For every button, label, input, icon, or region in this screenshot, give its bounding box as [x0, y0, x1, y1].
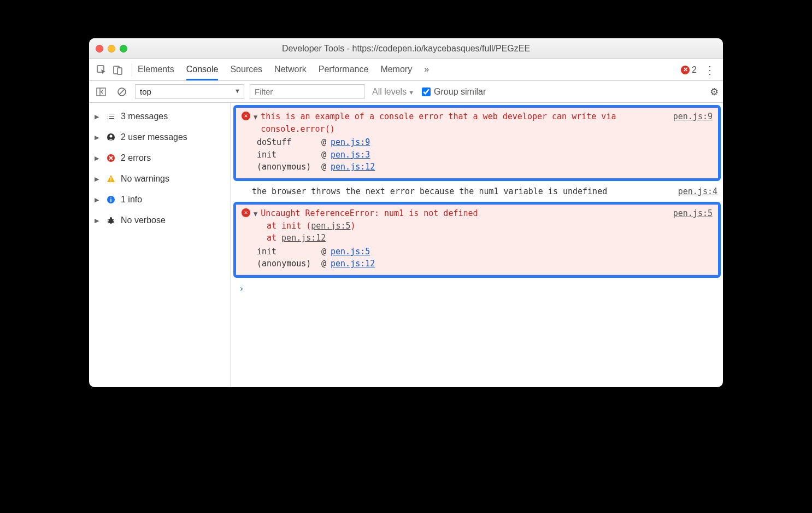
filter-input[interactable]: [250, 84, 364, 99]
svg-line-6: [119, 89, 125, 95]
window-title: Developer Tools - https://codepen.io/kay…: [89, 44, 723, 54]
stack-location-link[interactable]: pen.js:12: [331, 161, 375, 173]
error-text: this is an example of a console error th…: [261, 110, 658, 135]
sidebar-item-messages[interactable]: ▶ 3 messages: [89, 106, 231, 127]
console-error-message[interactable]: pen.js:5 ✕ ▼ Uncaught ReferenceError: nu…: [236, 205, 718, 275]
svg-point-8: [110, 135, 113, 138]
trace-close: ): [351, 221, 356, 231]
console-sidebar: ▶ 3 messages ▶ 2 user messages ▶ 2 error…: [89, 103, 231, 387]
source-link[interactable]: pen.js:4: [678, 185, 717, 198]
tab-memory[interactable]: Memory: [380, 60, 412, 80]
inspect-element-icon[interactable]: [93, 62, 110, 78]
stack-frame: (anonymous) @ pen.js:12: [257, 161, 713, 173]
sidebar-item-label: No warnings: [121, 174, 169, 184]
tab-sources[interactable]: Sources: [230, 60, 262, 80]
error-count-badge[interactable]: ✕ 2: [681, 65, 697, 75]
tab-console[interactable]: Console: [186, 60, 219, 80]
device-toolbar-icon[interactable]: [110, 62, 126, 78]
stack-location-link[interactable]: pen.js:5: [331, 246, 370, 258]
overflow-menu-icon[interactable]: ⋮: [701, 63, 719, 77]
source-link[interactable]: pen.js:9: [673, 110, 713, 123]
stack-location-link[interactable]: pen.js:12: [331, 258, 375, 270]
svg-point-16: [110, 217, 112, 219]
stack-function: (anonymous): [257, 161, 317, 173]
sidebar-item-label: 2 errors: [121, 153, 151, 163]
chevron-right-icon: ▶: [95, 217, 101, 224]
main-toolbar: Elements Console Sources Network Perform…: [89, 59, 723, 81]
stack-at: @: [321, 246, 326, 258]
console-settings-icon[interactable]: ⚙: [710, 86, 719, 98]
stack-location-link[interactable]: pen.js:3: [331, 149, 370, 161]
annotation-highlight: pen.js:5 ✕ ▼ Uncaught ReferenceError: nu…: [233, 202, 721, 278]
console-error-message[interactable]: pen.js:9 ✕ ▼ this is an example of a con…: [236, 108, 718, 178]
stack-at: @: [321, 136, 326, 149]
group-similar-input[interactable]: [422, 88, 431, 96]
group-similar-checkbox[interactable]: Group similar: [422, 87, 486, 97]
stack-location-link[interactable]: pen.js:9: [331, 136, 370, 149]
user-icon: [105, 133, 116, 142]
log-text: the browser throws the next error becaus…: [252, 185, 607, 198]
trace-location-link[interactable]: pen.js:12: [281, 233, 326, 243]
log-levels-dropdown[interactable]: All levels: [370, 87, 416, 97]
sidebar-item-label: 2 user messages: [121, 132, 187, 142]
window-controls: [96, 45, 127, 53]
bug-icon: [105, 216, 116, 225]
stack-frame: init @ pen.js:5: [257, 246, 713, 258]
sidebar-item-info[interactable]: ▶ 1 info: [89, 189, 231, 210]
list-icon: [105, 112, 116, 121]
expand-caret-icon[interactable]: ▼: [254, 112, 257, 122]
panel-tabs: Elements Console Sources Network Perform…: [138, 60, 429, 80]
clear-console-icon[interactable]: [114, 84, 130, 100]
stack-function: doStuff: [257, 136, 317, 149]
tab-performance[interactable]: Performance: [319, 60, 369, 80]
source-link[interactable]: pen.js:5: [673, 207, 713, 220]
window-close-button[interactable]: [96, 45, 103, 53]
tab-more[interactable]: »: [424, 60, 429, 80]
stack-trace: doStuff @ pen.js:9 init @ pen.js:3 (anon…: [257, 136, 713, 173]
tab-network[interactable]: Network: [274, 60, 307, 80]
sidebar-item-label: 1 info: [121, 195, 142, 205]
console-log-message[interactable]: pen.js:4 the browser throws the next err…: [231, 183, 723, 202]
trace-location-link[interactable]: pen.js:5: [311, 221, 350, 231]
context-value: top: [140, 87, 151, 96]
console-output: pen.js:9 ✕ ▼ this is an example of a con…: [231, 103, 723, 387]
toggle-sidebar-icon[interactable]: [93, 84, 109, 100]
stack-frame: init @ pen.js:3: [257, 149, 713, 161]
window-maximize-button[interactable]: [120, 45, 127, 53]
context-selector[interactable]: top: [135, 84, 244, 99]
console-prompt[interactable]: ›: [231, 280, 723, 297]
trace-at: at init (: [267, 221, 311, 231]
sidebar-item-warnings[interactable]: ▶ No warnings: [89, 168, 231, 189]
error-icon: ✕: [242, 112, 250, 120]
sidebar-item-label: No verbose: [121, 215, 166, 225]
svg-rect-13: [110, 199, 111, 202]
tab-elements[interactable]: Elements: [138, 60, 174, 80]
svg-rect-14: [110, 197, 111, 199]
error-count-value: 2: [692, 65, 697, 75]
devtools-window: Developer Tools - https://codepen.io/kay…: [89, 38, 723, 387]
group-similar-label: Group similar: [434, 87, 486, 97]
console-filterbar: top All levels Group similar ⚙: [89, 81, 723, 103]
chevron-right-icon: ▶: [95, 196, 101, 203]
expand-caret-icon[interactable]: ▼: [254, 209, 257, 219]
info-icon: [105, 195, 116, 204]
sidebar-item-label: 3 messages: [121, 112, 168, 121]
sidebar-item-user-messages[interactable]: ▶ 2 user messages: [89, 127, 231, 148]
titlebar: Developer Tools - https://codepen.io/kay…: [89, 38, 723, 59]
chevron-right-icon: ▶: [95, 134, 101, 141]
stack-function: (anonymous): [257, 258, 317, 270]
stack-at: @: [321, 161, 326, 173]
error-trace-inline: at init (pen.js:5) at pen.js:12: [267, 220, 713, 244]
stack-function: init: [257, 246, 317, 258]
stack-frame: (anonymous) @ pen.js:12: [257, 258, 713, 270]
sidebar-item-errors[interactable]: ▶ 2 errors: [89, 148, 231, 168]
chevron-right-icon: ▶: [95, 155, 101, 162]
error-icon: [105, 154, 116, 162]
svg-rect-2: [117, 68, 122, 74]
sidebar-item-verbose[interactable]: ▶ No verbose: [89, 210, 231, 231]
svg-rect-10: [110, 177, 111, 180]
stack-frame: doStuff @ pen.js:9: [257, 136, 713, 149]
chevron-right-icon: ▶: [95, 176, 101, 183]
window-minimize-button[interactable]: [108, 45, 115, 53]
error-text: Uncaught ReferenceError: num1 is not def…: [261, 207, 478, 220]
